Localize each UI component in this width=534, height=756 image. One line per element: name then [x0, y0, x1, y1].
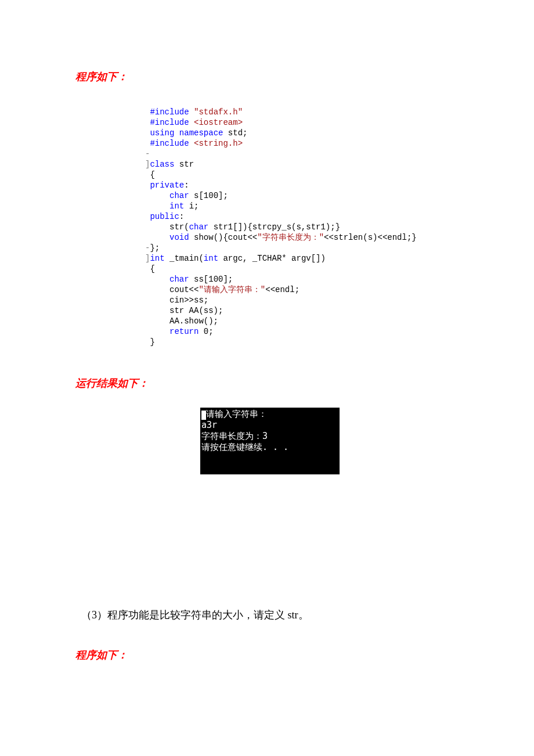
code-line: -	[145, 149, 150, 159]
code-line: public:	[145, 212, 184, 221]
console-line: 请按任意键继续. . .	[201, 442, 288, 452]
code-line: ]int _tmain(int argc, _TCHAR* argv[])	[145, 254, 326, 263]
heading-result: 运行结果如下：	[75, 376, 459, 390]
code-line: #include <iostream>	[145, 118, 243, 127]
code-line: using namespace std;	[145, 128, 247, 138]
heading-program: 程序如下：	[75, 70, 459, 84]
code-line: cout<<"请输入字符串："<<endl;	[145, 285, 300, 294]
code-line: #include "stdafx.h"	[145, 107, 243, 117]
result-section: 运行结果如下： 请输入字符串： a3r 字符串长度为：3 请按任意键继续. . …	[75, 376, 459, 474]
code-line: char s[100];	[145, 191, 228, 200]
console-line: a3r	[201, 420, 217, 430]
heading-program-2: 程序如下：	[75, 648, 459, 662]
code-line: str AA(ss);	[145, 306, 223, 315]
code-line: return 0;	[145, 327, 214, 336]
code-line: void show(){cout<<"字符串长度为："<<strlen(s)<<…	[145, 233, 417, 242]
console-line: 字符串长度为：3	[201, 431, 268, 441]
code-line: int i;	[145, 201, 199, 211]
problem-text: （3）程序功能是比较字符串的大小，请定义 str。	[75, 608, 459, 622]
code-line: {	[145, 170, 155, 179]
code-line: -};	[145, 243, 160, 253]
code-line: ]class str	[145, 160, 194, 169]
code-line: {	[145, 264, 155, 273]
code-line: #include <string.h>	[145, 139, 243, 148]
code-line: private:	[145, 181, 189, 190]
document-page: 程序如下： #include "stdafx.h" #include <iost…	[0, 0, 534, 743]
cursor-icon	[201, 411, 206, 420]
code-line: str(char str1[]){strcpy_s(s,str1);}	[145, 222, 340, 232]
code-line: AA.show();	[145, 316, 218, 326]
console-line: 请输入字符串：	[206, 409, 267, 419]
console-output: 请输入字符串： a3r 字符串长度为：3 请按任意键继续. . .	[200, 408, 340, 474]
code-line: cin>>ss;	[145, 296, 208, 305]
code-block-1: #include "stdafx.h" #include <iostream> …	[145, 107, 435, 347]
code-line: char ss[100];	[145, 275, 233, 284]
code-line: }	[145, 337, 155, 347]
